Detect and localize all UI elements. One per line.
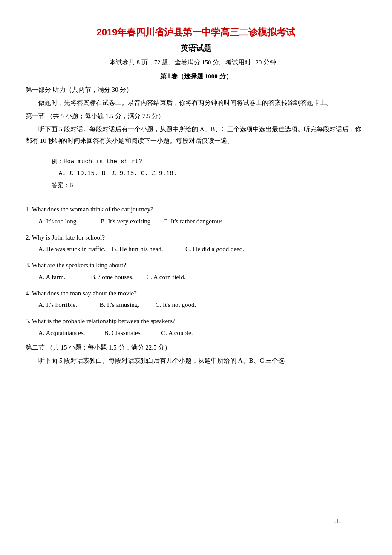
section2-intro: 听下面 5 段对话或独白。每段对话或独白后有几个小题，从题中所给的 A、B、C … <box>26 355 366 367</box>
page-wrapper: 2019年春四川省泸县第一中学高三二诊模拟考试 英语试题 本试卷共 8 页，72… <box>26 17 366 538</box>
question-4: 4. What does the man say about the movie… <box>26 288 366 312</box>
section2-label: 第二节 （共 15 小题；每小题 1.5 分，满分 22.5 分） <box>26 344 366 352</box>
question-1: 1. What does the woman think of the car … <box>26 204 366 228</box>
question-3-options: A. A farm. B. Some houses. C. A corn fie… <box>26 272 366 283</box>
section1-label: 第一节 （共 5 小题；每小题 1.5 分，满分 7.5 分） <box>26 112 366 120</box>
question-4-text: 4. What does the man say about the movie… <box>26 288 366 300</box>
question-2-options: A. He was stuck in traffic. B. He hurt h… <box>26 243 366 255</box>
example-box: 例：How much is the shirt? A. £ 19.15. B. … <box>43 151 349 196</box>
section1-intro: 听下面 5 段对话。每段对话后有一个小题，从题中所给的 A、B、C 三个选项中选… <box>26 124 366 147</box>
main-title: 2019年春四川省泸县第一中学高三二诊模拟考试 <box>26 26 366 39</box>
question-2-text: 2. Why is John late for school? <box>26 232 366 244</box>
part1-title: 第一部分 听力（共两节，满分 30 分） <box>26 86 366 94</box>
question-5-options: A. Acquaintances. B. Classmates. C. A co… <box>26 327 366 339</box>
question-4-options: A. It's horrible. B. It's amusing. C. It… <box>26 299 366 311</box>
question-3: 3. What are the speakers talking about? … <box>26 260 366 283</box>
sub-title: 英语试题 <box>26 43 366 53</box>
info-line: 本试卷共 8 页，72 题。全卷满分 150 分。考试用时 120 分钟。 <box>26 58 366 66</box>
example-question: 例：How much is the shirt? <box>52 156 340 168</box>
question-3-text: 3. What are the speakers talking about? <box>26 260 366 272</box>
question-1-options: A. It's too long. B. It's very exciting.… <box>26 216 366 228</box>
example-options: A. £ 19.15. B. £ 9.15. C. £ 9.18. <box>52 168 340 179</box>
question-1-text: 1. What does the woman think of the car … <box>26 204 366 216</box>
part1-intro: 做题时，先将答案标在试卷上。录音内容结束后，你将有两分钟的时间将试卷上的答案转涂… <box>26 97 366 109</box>
top-line <box>26 17 366 17</box>
section-i-title: 第 Ⅰ 卷（选择题 1000 分） <box>26 72 366 81</box>
example-answer: 答案：B <box>52 179 340 191</box>
page-number: -1- <box>334 518 341 525</box>
question-5: 5. What is the probable relationship bet… <box>26 315 366 339</box>
question-5-text: 5. What is the probable relationship bet… <box>26 315 366 327</box>
question-2: 2. Why is John late for school? A. He wa… <box>26 232 366 256</box>
